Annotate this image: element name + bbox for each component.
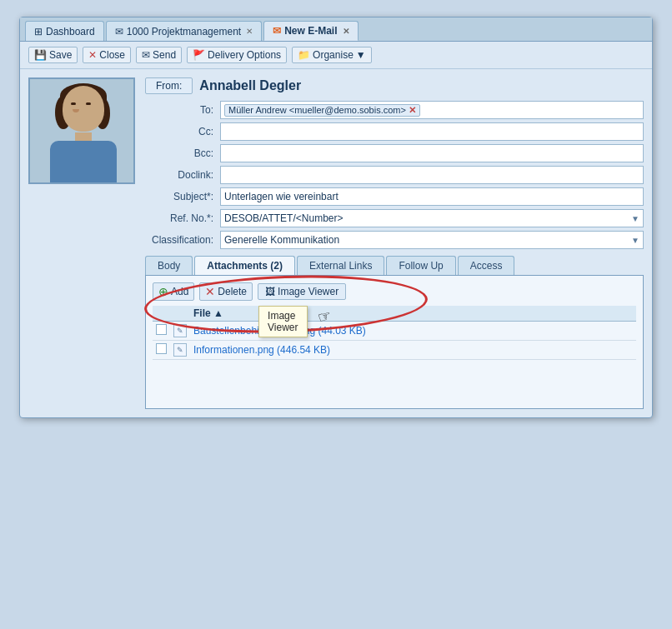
save-button[interactable]: 💾 Save [28, 47, 78, 63]
tab-access-label: Access [470, 260, 503, 272]
file-col-header: File ▲ [190, 306, 636, 322]
main-content: From: Annabell Degler To: Müller Andrew … [20, 69, 652, 417]
delivery-icon: 🚩 [193, 49, 205, 61]
tab-body-label: Body [158, 260, 180, 272]
attachments-panel: ⊕ Add ✕ Delete 🖼 Image Viewer I [145, 276, 644, 409]
refno-select[interactable]: DESOB/ATTET/<Number> ▼ [220, 209, 644, 227]
row1-checkbox-cell [153, 322, 170, 341]
row2-checkbox-cell [153, 341, 170, 360]
file-list-check-header [153, 306, 170, 322]
sort-icon: ▲ [213, 307, 223, 319]
recipient-tag: Müller Andrew <mueller@demo.sobis.com> ✕ [224, 104, 420, 117]
new-email-icon: ✉ [273, 25, 281, 37]
delivery-options-button[interactable]: 🚩 Delivery Options [187, 47, 287, 63]
row1-edit-button[interactable]: ✎ [173, 324, 187, 337]
organise-label: Organise [313, 49, 354, 61]
tab-projektmanagement[interactable]: ✉ 1000 Projektmanagement ✕ [106, 21, 262, 41]
delivery-label: Delivery Options [208, 49, 281, 61]
cc-field[interactable] [220, 122, 644, 141]
table-row: ✎ Baustellenbehinderung.png (44.03 KB) [153, 322, 636, 341]
tooltip-line2: Viewer [268, 322, 298, 333]
close-button[interactable]: ✕ Close [83, 47, 131, 63]
cc-label: Cc: [145, 126, 220, 137]
person-body [50, 141, 117, 182]
send-icon: ✉ [142, 49, 150, 61]
add-icon: ⊕ [158, 285, 168, 298]
from-label: From: [156, 80, 182, 92]
tab-attachments[interactable]: Attachments (2) [194, 256, 295, 275]
form-area: From: Annabell Degler To: Müller Andrew … [145, 77, 644, 409]
image-viewer-tooltip: Image Viewer [258, 306, 307, 337]
tab-external-links-label: External Links [309, 260, 372, 272]
add-attachment-button[interactable]: ⊕ Add [153, 282, 194, 301]
tab-body[interactable]: Body [145, 256, 193, 275]
tab-dashboard[interactable]: ⊞ Dashboard [25, 21, 104, 41]
attach-area: ⊕ Add ✕ Delete 🖼 Image Viewer I [153, 282, 636, 360]
chevron-down-icon: ▼ [356, 49, 366, 61]
sender-name: Annabell Degler [199, 78, 301, 93]
tab-access[interactable]: Access [458, 256, 515, 275]
table-row: ✎ Informationen.png (446.54 KB) [153, 341, 636, 360]
tab-external-links[interactable]: External Links [297, 256, 384, 275]
grid-icon: ⊞ [34, 26, 43, 37]
toolbar: 💾 Save ✕ Close ✉ Send 🚩 Delivery Options… [20, 42, 652, 69]
classification-value: Generelle Kommunikation [224, 234, 339, 246]
subject-label: Subject*: [145, 191, 220, 202]
tab-projektmanagement-label: 1000 Projektmanagement [127, 26, 241, 37]
tab-dashboard-label: Dashboard [46, 26, 95, 37]
image-viewer-label: Image Viewer [278, 286, 339, 297]
row2-edit-cell: ✎ [170, 341, 190, 360]
refno-value: DESOB/ATTET/<Number> [224, 212, 343, 224]
classification-row: Classification: Generelle Kommunikation … [145, 231, 644, 249]
close-tab-projektmanagement[interactable]: ✕ [246, 27, 253, 36]
image-viewer-icon: 🖼 [265, 286, 275, 297]
refno-row: Ref. No.*: DESOB/ATTET/<Number> ▼ [145, 209, 644, 227]
tab-follow-up[interactable]: Follow Up [386, 256, 455, 275]
doclink-field[interactable] [220, 166, 644, 184]
to-field[interactable]: Müller Andrew <mueller@demo.sobis.com> ✕ [220, 101, 644, 119]
send-button[interactable]: ✉ Send [136, 47, 182, 63]
close-tab-new-email[interactable]: ✕ [343, 27, 349, 36]
classification-select[interactable]: Generelle Kommunikation ▼ [220, 231, 644, 249]
tab-bar: ⊞ Dashboard ✉ 1000 Projektmanagement ✕ ✉… [20, 17, 652, 42]
organise-icon: 📁 [298, 49, 310, 61]
tab-new-email[interactable]: ✉ New E-Mail ✕ [263, 21, 358, 41]
main-window: ⊞ Dashboard ✉ 1000 Projektmanagement ✕ ✉… [19, 17, 653, 418]
save-label: Save [49, 49, 72, 61]
row2-edit-button[interactable]: ✎ [173, 343, 187, 357]
from-button[interactable]: From: [145, 77, 193, 94]
delete-label: Delete [218, 286, 247, 297]
attach-toolbar: ⊕ Add ✕ Delete 🖼 Image Viewer I [153, 282, 636, 301]
classification-label: Classification: [145, 234, 220, 246]
image-viewer-button[interactable]: 🖼 Image Viewer Image Viewer [258, 283, 346, 300]
row1-edit-cell: ✎ [170, 322, 190, 341]
email-icon: ✉ [115, 26, 123, 37]
row1-filename-cell: Baustellenbehinderung.png (44.03 KB) [190, 322, 636, 341]
person-head [63, 86, 104, 132]
subject-row: Subject*: [145, 187, 644, 206]
doclink-label: Doclink: [145, 169, 220, 181]
cc-row: Cc: [145, 122, 644, 141]
organise-button[interactable]: 📁 Organise ▼ [292, 47, 372, 63]
close-icon: ✕ [88, 49, 97, 61]
remove-recipient-button[interactable]: ✕ [409, 105, 416, 116]
subject-field[interactable] [220, 187, 644, 206]
doclink-row: Doclink: [145, 166, 644, 184]
to-label: To: [145, 104, 220, 116]
delete-attachment-button[interactable]: ✕ Delete [199, 282, 253, 301]
avatar [28, 77, 135, 184]
tab-follow-up-label: Follow Up [399, 260, 443, 272]
close-label: Close [99, 49, 125, 61]
bcc-field[interactable] [220, 144, 644, 162]
row1-checkbox[interactable] [156, 324, 167, 335]
add-label: Add [171, 286, 188, 297]
recipient-name: Müller Andrew <mueller@demo.sobis.com> [228, 105, 406, 115]
section-tabs: Body Attachments (2) External Links Foll… [145, 256, 644, 276]
refno-label: Ref. No.*: [145, 212, 220, 224]
row2-file-link[interactable]: Informationen.png (446.54 KB) [193, 344, 330, 356]
save-icon: 💾 [34, 49, 47, 61]
file-list-edit-header [170, 306, 190, 322]
row2-checkbox[interactable] [156, 343, 167, 354]
tab-attachments-label: Attachments (2) [207, 260, 283, 272]
row2-filename-cell: Informationen.png (446.54 KB) [190, 341, 636, 360]
